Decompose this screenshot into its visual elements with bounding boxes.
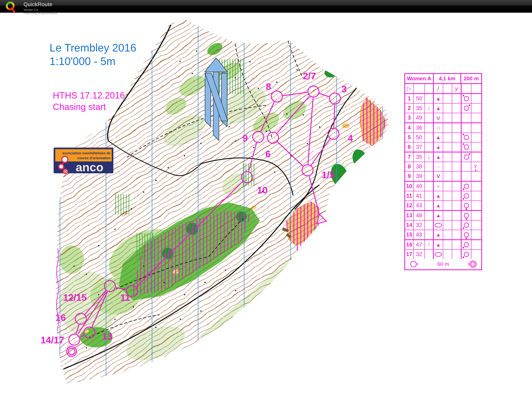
cd-cell: 9: [405, 172, 414, 181]
cd-cell: ▲: [434, 152, 443, 162]
cd-cell: 13: [405, 211, 414, 220]
cd-cell: 35: [414, 104, 425, 113]
control-number: 17: [406, 251, 412, 257]
cd-cell: 7: [405, 152, 414, 162]
cd-cell: 5: [405, 133, 414, 142]
cd-cell: ▲: [434, 201, 443, 210]
cd-cell: [462, 84, 472, 93]
triangle-icon: ▲: [436, 203, 441, 208]
cd-cell: [425, 162, 434, 171]
cd-cell: [425, 201, 434, 210]
control-label: 13: [102, 331, 112, 342]
cd-cell: [462, 211, 472, 220]
triangle-icon: ▲: [436, 154, 441, 160]
cd-cell: [462, 201, 472, 210]
control-code: 50: [416, 134, 422, 141]
cd-cell: [425, 133, 434, 142]
cd-cell: 39: [414, 172, 425, 181]
finish-route-left-icon: <: [405, 259, 424, 269]
cd-control-row: 1141▲: [405, 191, 481, 201]
cd-cell: 32: [414, 250, 425, 259]
cd-cell: ▲: [434, 94, 443, 103]
orienteering-map[interactable]: 750: [27, 14, 403, 388]
cd-cell: [472, 211, 480, 220]
cd-cell: [443, 133, 452, 142]
finish-route-distance: 60 m: [424, 259, 462, 269]
control-code: 36: [416, 125, 422, 131]
control-code: 37: [416, 144, 422, 150]
cd-cell: [414, 84, 425, 93]
cd-cell: [452, 221, 462, 230]
arrow-down-icon: ↓: [427, 154, 430, 160]
event-start-type: Chasing start: [53, 102, 106, 112]
cd-cell: [462, 191, 472, 201]
cd-cell: [425, 84, 434, 93]
control-code: 39: [416, 173, 422, 179]
control-label: 16: [55, 312, 66, 323]
bell-icon: ∩: [437, 125, 440, 130]
anco-logo-line2: course d'orientation: [77, 156, 110, 160]
ellipse-symbol-icon: [435, 252, 442, 257]
cd-cell: [452, 172, 462, 181]
control-number: 13: [406, 212, 412, 219]
map-scale: 1:10'000 - 5m: [50, 55, 115, 67]
circle-dot-nw-icon: [464, 135, 469, 140]
control-code: 32: [416, 251, 422, 257]
cd-control-row: 150▲: [405, 94, 481, 104]
control-code: 41: [416, 193, 422, 199]
cd-cell: [462, 113, 472, 123]
cd-cell: [452, 182, 462, 191]
cd-cell: [425, 123, 434, 133]
control-number: 6: [408, 144, 411, 150]
cd-cell: ↓: [425, 104, 434, 113]
cd-cell: y: [452, 84, 462, 93]
cd-cell: [472, 94, 480, 103]
cd-cell: Y: [472, 162, 480, 171]
cd-cell: 15: [405, 230, 414, 239]
control-number: 3: [408, 115, 411, 121]
cd-cell: [425, 250, 434, 259]
control-code: 48: [416, 212, 422, 219]
cd-cell: 41: [414, 191, 425, 201]
cd-cell: [462, 162, 472, 171]
triangle-icon: ▲: [436, 106, 441, 111]
control-number: 8: [408, 163, 411, 170]
map-title: Le Trembley 2016: [50, 42, 136, 54]
cd-cell: 2: [405, 104, 414, 113]
control-description-card: Women A 4,1 km 200 m ▷/y150▲235↓▲349∪436…: [404, 73, 482, 270]
cd-cell: ∩: [434, 123, 443, 133]
cd-cell: [472, 113, 480, 123]
cd-cell: 40: [414, 182, 425, 191]
control-label: 4: [348, 133, 353, 143]
cd-cell: [443, 123, 452, 133]
dots-icon: ∴: [437, 165, 440, 169]
control-number: 2: [408, 105, 411, 111]
cd-cell: ▲: [434, 211, 443, 220]
cd-control-row: 349∪: [405, 113, 481, 123]
triangle-icon: ▲: [436, 135, 441, 140]
cd-cell: [452, 191, 462, 201]
cd-control-row: 1543▲: [405, 230, 481, 240]
triangle-icon: ▲: [436, 242, 441, 247]
cd-cell: 6: [405, 142, 414, 152]
control-number: 14: [406, 222, 412, 228]
cd-cell: [462, 94, 472, 103]
cd-cell: 1: [405, 94, 414, 103]
anco-logo-name: anco: [76, 160, 103, 174]
cd-cell: [443, 113, 452, 123]
cd-cell: 38: [414, 162, 425, 171]
cd-cell: [443, 152, 452, 162]
cd-cell: ∴: [434, 162, 443, 171]
triangle-icon: ▲: [436, 213, 441, 218]
cd-control-row: 1732: [405, 250, 481, 259]
triangle-icon: ▲: [436, 232, 441, 237]
course-length: 4,1 km: [434, 74, 461, 83]
cd-cell: 49: [414, 113, 425, 123]
control-card-footer: < 60 m >: [405, 259, 481, 269]
cd-cell: ▲: [434, 240, 443, 249]
control-number: 10: [406, 183, 412, 189]
v-icon: V: [437, 174, 440, 179]
cd-cell: [462, 230, 472, 239]
cd-cell: [443, 84, 452, 93]
title-bar: QuickRoute Version 2.4 matstroeng.se/qui…: [0, 0, 532, 13]
